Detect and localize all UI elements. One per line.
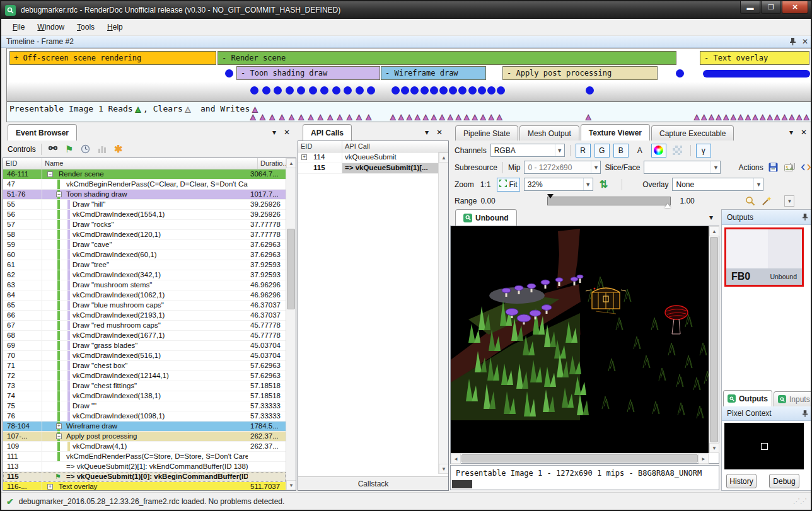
channels-combo[interactable]: RGBA▼ <box>490 144 565 157</box>
goto-event-flag-icon[interactable]: ⚑ <box>63 144 76 155</box>
menu-window[interactable]: Window <box>31 20 71 34</box>
autofit-wand-icon[interactable] <box>760 195 773 207</box>
event-row-51-76[interactable]: 51-76−Toon shading draw1017.7... <box>3 190 286 200</box>
tab-inputs[interactable]: Inputs <box>774 391 812 406</box>
close-panel-icon[interactable]: ✕ <box>801 128 807 137</box>
mip-combo[interactable]: 0 - 1272x690▼ <box>524 161 601 174</box>
collapse-icon[interactable]: − <box>56 192 62 197</box>
event-row-61[interactable]: 61Draw "tree"37.92593 <box>3 260 286 270</box>
zoom-1-1-button[interactable]: 1:1 <box>478 178 494 192</box>
close-panel-icon[interactable]: ✕ <box>436 128 443 137</box>
pin-icon[interactable] <box>803 410 808 417</box>
tab-outputs[interactable]: Outputs <box>723 390 772 406</box>
event-row-66[interactable]: 66vkCmdDrawIndexed(2193,1)46.37037 <box>3 311 286 321</box>
event-row-113[interactable]: 113=> vkQueueSubmit(2)[1]: vkEndCommandB… <box>3 462 286 472</box>
texture-vscrollbar[interactable]: ▲ ▼ <box>709 226 719 453</box>
callstack-section[interactable]: Callstack <box>298 476 448 490</box>
api-call-row-115[interactable]: 115=> vkQueueSubmit(1)[... <box>298 163 438 174</box>
event-row-65[interactable]: 65Draw "blue mushroom caps"46.37037 <box>3 301 286 311</box>
tab-event-browser[interactable]: Event Browser <box>8 124 77 141</box>
event-row-78-104[interactable]: 78-104+Wireframe draw1784.5... <box>3 422 286 432</box>
event-row-64[interactable]: 64vkCmdDrawIndexed(1062,1)46.96296 <box>3 290 286 301</box>
timeline-bar-render-scene[interactable]: - Render scene <box>218 51 676 65</box>
alpha-channel-button[interactable]: A <box>632 144 647 158</box>
event-row-47[interactable]: 47vkCmdBeginRenderPass(C=Clear, D=Clear,… <box>3 180 286 190</box>
event-row-73[interactable]: 73Draw "chest fittings"57.18518 <box>3 381 286 391</box>
event-row-68[interactable]: 68vkCmdDrawIndexed(1677,1)45.77778 <box>3 331 286 341</box>
event-browser-scrollbar[interactable]: ▲ ▼ <box>286 158 296 490</box>
texture-render-scene[interactable] <box>451 226 709 453</box>
event-row-69[interactable]: 69Draw "grass blades"45.03704 <box>3 341 286 351</box>
close-button[interactable]: ✕ <box>782 1 808 14</box>
event-row-109[interactable]: 109vkCmdDraw(4,1)262.37... <box>3 442 286 452</box>
menu-tools[interactable]: Tools <box>71 20 101 34</box>
save-texture-icon[interactable] <box>767 162 780 173</box>
close-panel-icon[interactable]: ✕ <box>284 128 290 137</box>
event-row-55[interactable]: 55Draw "hill"39.25926 <box>3 200 286 210</box>
range-black-point-handle[interactable] <box>547 194 554 198</box>
api-calls-scrollbar[interactable]: ▲ ▼ <box>438 152 448 474</box>
timeline-bar-text-overlay[interactable]: - Text overlay <box>700 51 809 65</box>
event-row-75[interactable]: 75Draw ""57.33333 <box>3 401 286 411</box>
event-row-56[interactable]: 56vkCmdDrawIndexed(1554,1)39.25926 <box>3 210 286 220</box>
pin-icon[interactable] <box>790 38 796 45</box>
range-min-value[interactable]: 0.00 <box>480 197 543 205</box>
tab-unbound-texture[interactable]: Unbound <box>455 209 517 226</box>
event-row-107-...[interactable]: 107-...−Apply post processing262.37... <box>3 432 286 442</box>
event-row-72[interactable]: 72vkCmdDrawIndexed(12144,1)57.62963 <box>3 371 286 381</box>
green-channel-button[interactable]: G <box>594 144 610 158</box>
find-event-icon[interactable] <box>47 144 59 155</box>
expand-icon[interactable]: + <box>47 484 53 490</box>
fit-button[interactable]: Fit <box>497 178 519 192</box>
collapse-icon[interactable]: − <box>47 171 53 177</box>
event-row-70[interactable]: 70vkCmdDrawIndexed(516,1)45.03704 <box>3 351 286 361</box>
tab-texture-viewer[interactable]: Texture Viewer <box>581 124 650 141</box>
tab-pipeline-state[interactable]: Pipeline State <box>455 125 518 141</box>
event-row-59[interactable]: 59Draw "cave"37.62963 <box>3 240 286 250</box>
event-row-76[interactable]: 76vkCmdDrawIndexed(1098,1)57.33333 <box>3 411 286 422</box>
close-panel-icon[interactable]: ✕ <box>802 37 808 46</box>
custom-display-button[interactable] <box>651 144 666 158</box>
collapse-icon[interactable]: − <box>56 433 62 439</box>
range-options-button[interactable]: ▼ <box>784 195 794 207</box>
minimize-button[interactable]: ▬ <box>740 1 760 14</box>
debug-button[interactable]: Debug <box>769 474 799 488</box>
gamma-button[interactable]: γ <box>696 144 711 158</box>
event-row-115[interactable]: 115⚑=> vkQueueSubmit(1)[0]: vkBeginComma… <box>3 472 286 482</box>
pixel-context-view[interactable] <box>724 423 804 469</box>
event-row-71[interactable]: 71Draw "chest box"57.62963 <box>3 361 286 371</box>
event-row-111[interactable]: 111vkCmdEndRenderPass(C=Store, D=Store, … <box>3 452 286 462</box>
timeline-bar-wireframe[interactable]: - Wireframe draw <box>381 66 486 80</box>
tab-mesh-output[interactable]: Mesh Output <box>519 125 579 141</box>
panel-menu-icon[interactable]: ▾ <box>425 128 429 137</box>
menu-file[interactable]: File <box>6 20 31 34</box>
texture-list-menu-icon[interactable]: ▾ <box>709 213 713 222</box>
event-row-46-111[interactable]: 46-111−Render scene3064.7... <box>3 169 286 180</box>
red-channel-button[interactable]: R <box>576 144 591 158</box>
pin-icon[interactable] <box>803 214 808 221</box>
event-row-67[interactable]: 67Draw "red mushroom caps"45.77778 <box>3 321 286 331</box>
expand-icon[interactable]: + <box>301 154 307 160</box>
event-row-116-...[interactable]: 116-...+Text overlay511.7037 <box>3 482 286 490</box>
bookmark-asterisk-icon[interactable]: ✱ <box>112 144 125 155</box>
event-row-60[interactable]: 60vkCmdDrawIndexed(60,1)37.62963 <box>3 250 286 260</box>
timeline-bar-post[interactable]: - Apply post processing <box>502 66 658 80</box>
range-max-value[interactable]: 1.00 <box>675 197 735 205</box>
goto-resource-icon[interactable] <box>800 162 812 173</box>
expand-icon[interactable]: + <box>56 423 62 429</box>
resize-grip[interactable]: ⋰⋰ <box>793 497 807 505</box>
panel-menu-icon[interactable]: ▾ <box>789 128 793 137</box>
overlay-combo[interactable]: None▼ <box>672 178 763 191</box>
timeline-bar-offscreen[interactable]: + Off-screen scene rendering <box>9 51 216 65</box>
range-white-point-handle[interactable] <box>664 204 671 208</box>
menu-help[interactable]: Help <box>101 20 129 34</box>
fb0-thumbnail[interactable]: FB0 Unbound <box>724 227 804 287</box>
zoom-level-combo[interactable]: 32%▼ <box>524 178 593 191</box>
tab-api-calls[interactable]: API Calls <box>303 124 352 141</box>
maximize-button[interactable]: ❐ <box>761 1 781 14</box>
api-call-row-114[interactable]: +114vkQueueSubmit <box>298 152 438 163</box>
blue-channel-button[interactable]: B <box>613 144 629 158</box>
history-button[interactable]: History <box>726 474 757 488</box>
alpha-checkerboard-button[interactable] <box>670 144 685 158</box>
zoom-range-icon[interactable] <box>744 195 757 207</box>
